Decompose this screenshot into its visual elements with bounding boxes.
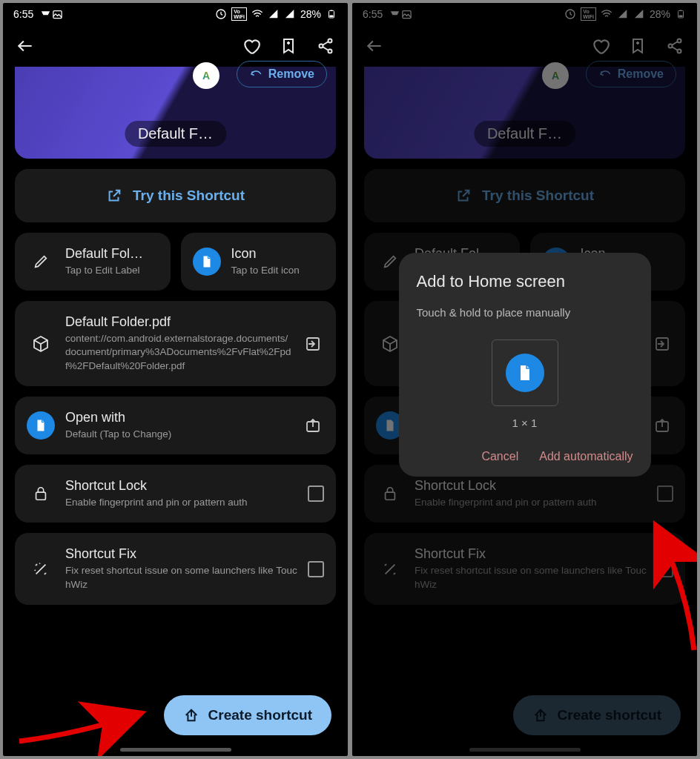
wand-icon bbox=[376, 555, 404, 583]
fix-sub: Fix reset shortcut issue on some launche… bbox=[65, 564, 297, 591]
sync-icon bbox=[215, 8, 227, 20]
status-bar: 6:55 VoWiFi 28% bbox=[3, 3, 348, 25]
try-shortcut-button[interactable]: Try this Shortcut bbox=[15, 169, 336, 222]
widget-size: 1 × 1 bbox=[417, 417, 633, 429]
fix-title: Shortcut Fix bbox=[415, 546, 647, 562]
phone-right: 6:55 VoWiFi 28% A Remove Default F… Try … bbox=[352, 3, 697, 756]
lock-title: Shortcut Lock bbox=[415, 478, 647, 494]
file-icon bbox=[193, 248, 221, 276]
battery-percent: 28% bbox=[650, 8, 670, 20]
try-shortcut-label: Try this Shortcut bbox=[482, 188, 594, 204]
sync-icon bbox=[564, 8, 576, 20]
lock-checkbox[interactable] bbox=[657, 485, 673, 502]
signal-icon bbox=[284, 8, 296, 20]
lock-card[interactable]: Shortcut Lock Enable fingerprint and pin… bbox=[15, 465, 336, 523]
vowifi-badge: VoWiFi bbox=[231, 7, 247, 21]
svg-rect-15 bbox=[679, 16, 683, 18]
battery-icon bbox=[326, 8, 337, 20]
fix-title: Shortcut Fix bbox=[65, 546, 297, 562]
app-avatar: A bbox=[542, 62, 569, 89]
favorite-button[interactable] bbox=[586, 31, 615, 61]
phone-left: 6:55 VoWiFi 28% A Remove Default F… Try … bbox=[3, 3, 348, 756]
file-title: Default Folder.pdf bbox=[65, 314, 291, 330]
dialog-hint: Touch & hold to place manually bbox=[417, 306, 633, 319]
wifi-icon bbox=[601, 8, 612, 20]
import-icon bbox=[302, 333, 324, 355]
hero-banner: A Remove Default F… bbox=[364, 67, 685, 159]
message-icon bbox=[39, 8, 51, 20]
signal-x-icon bbox=[268, 8, 280, 20]
remove-button[interactable]: Remove bbox=[586, 61, 676, 87]
openwith-title: Open with bbox=[65, 410, 291, 425]
open-in-icon bbox=[302, 414, 324, 437]
svg-rect-10 bbox=[36, 492, 46, 500]
add-automatically-button[interactable]: Add automatically bbox=[539, 450, 633, 463]
fix-sub: Fix reset shortcut issue on some launche… bbox=[415, 564, 647, 591]
fab-label: Create shortcut bbox=[558, 707, 661, 723]
annotation-arrow bbox=[12, 689, 160, 749]
lock-sub: Enable fingerprint and pin or pattern au… bbox=[415, 496, 647, 509]
cancel-button[interactable]: Cancel bbox=[481, 450, 518, 463]
lock-title: Shortcut Lock bbox=[65, 478, 297, 494]
image-icon bbox=[51, 8, 63, 20]
icon-sub: Tap to Edit icon bbox=[231, 264, 325, 277]
lock-icon bbox=[27, 480, 55, 508]
hero-chip: Default F… bbox=[474, 121, 575, 147]
file-icon bbox=[27, 411, 55, 440]
icon-card[interactable]: Icon Tap to Edit icon bbox=[181, 233, 337, 291]
vowifi-badge: VoWiFi bbox=[581, 7, 596, 21]
file-icon bbox=[506, 354, 544, 392]
label-title: Default Fol… bbox=[65, 246, 159, 262]
open-in-icon bbox=[651, 414, 673, 437]
import-icon bbox=[651, 333, 673, 355]
fix-checkbox[interactable] bbox=[657, 561, 673, 577]
battery-percent: 28% bbox=[300, 8, 321, 20]
fix-card[interactable]: Shortcut Fix Fix reset shortcut issue on… bbox=[364, 533, 685, 604]
svg-rect-14 bbox=[680, 10, 682, 11]
lock-icon bbox=[376, 480, 404, 508]
wifi-icon bbox=[251, 8, 263, 20]
try-shortcut-button[interactable]: Try this Shortcut bbox=[364, 169, 685, 222]
label-card[interactable]: Default Fol… Tap to Edit Label bbox=[15, 233, 171, 291]
svg-rect-21 bbox=[386, 492, 395, 500]
svg-rect-4 bbox=[330, 16, 334, 18]
icon-title: Icon bbox=[231, 246, 325, 262]
share-button[interactable] bbox=[311, 31, 340, 61]
lock-checkbox[interactable] bbox=[308, 485, 324, 502]
lock-sub: Enable fingerprint and pin or pattern au… bbox=[65, 496, 297, 509]
battery-icon bbox=[675, 8, 687, 20]
remove-label: Remove bbox=[268, 67, 314, 81]
package-icon bbox=[27, 330, 55, 358]
create-shortcut-fab[interactable]: Create shortcut bbox=[164, 695, 331, 735]
pencil-icon bbox=[27, 248, 55, 276]
dialog-title: Add to Home screen bbox=[417, 272, 633, 291]
home-indicator bbox=[469, 748, 581, 752]
back-button[interactable] bbox=[360, 31, 389, 61]
openwith-card[interactable]: Open with Default (Tap to Change) bbox=[15, 397, 336, 454]
home-indicator bbox=[120, 748, 231, 752]
add-to-home-dialog: Add to Home screen Touch & hold to place… bbox=[399, 253, 651, 477]
svg-rect-3 bbox=[331, 10, 333, 11]
remove-label: Remove bbox=[618, 67, 664, 81]
fix-checkbox[interactable] bbox=[308, 561, 324, 577]
hero-banner: A Remove Default F… bbox=[15, 67, 336, 159]
file-sub: content://com.android.externalstorage.do… bbox=[65, 332, 291, 373]
wand-icon bbox=[27, 555, 55, 583]
widget-preview[interactable] bbox=[492, 339, 558, 406]
remove-button[interactable]: Remove bbox=[237, 61, 327, 87]
create-shortcut-fab[interactable]: Create shortcut bbox=[513, 695, 681, 735]
share-button[interactable] bbox=[660, 31, 690, 61]
hero-chip: Default F… bbox=[125, 121, 226, 147]
openwith-sub: Default (Tap to Change) bbox=[65, 428, 291, 441]
fix-card[interactable]: Shortcut Fix Fix reset shortcut issue on… bbox=[15, 533, 336, 604]
back-button[interactable] bbox=[10, 31, 40, 61]
status-bar: 6:55 VoWiFi 28% bbox=[352, 3, 697, 25]
file-card[interactable]: Default Folder.pdf content://com.android… bbox=[15, 301, 336, 386]
signal-x-icon bbox=[617, 8, 629, 20]
app-avatar: A bbox=[193, 62, 219, 89]
fab-label: Create shortcut bbox=[208, 707, 312, 723]
favorite-button[interactable] bbox=[237, 31, 266, 61]
bookmark-button[interactable] bbox=[623, 31, 653, 61]
bookmark-button[interactable] bbox=[274, 31, 303, 61]
message-icon bbox=[389, 8, 400, 20]
